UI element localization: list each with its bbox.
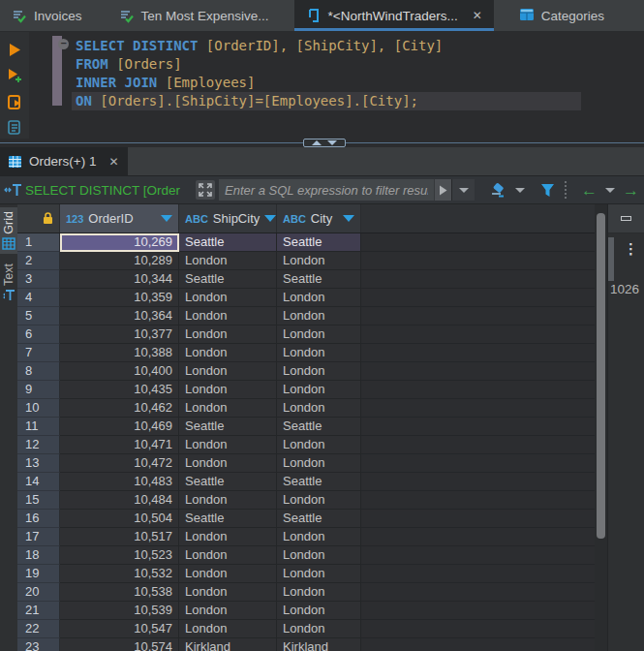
tab-categories[interactable]: Categories	[507, 0, 616, 31]
column-header-city[interactable]: ABC City	[277, 204, 361, 232]
cell-shipcity[interactable]: London	[179, 399, 277, 418]
cell-city[interactable]: London	[277, 344, 361, 362]
row-number[interactable]: 7	[17, 344, 60, 362]
cell-orderid[interactable]: 10,484	[60, 491, 179, 510]
grid-corner-cell[interactable]	[17, 204, 60, 232]
close-icon[interactable]: ✕	[108, 155, 118, 169]
cell-orderid[interactable]: 10,504	[60, 510, 179, 528]
cell-shipcity[interactable]: Seattle	[179, 270, 277, 289]
cell-city[interactable]: London	[277, 326, 361, 344]
cell-orderid[interactable]: 10,532	[60, 565, 179, 583]
column-header-shipcity[interactable]: ABC ShipCity	[179, 204, 277, 232]
cell-shipcity[interactable]: London	[179, 326, 277, 344]
cell-orderid[interactable]: 10,364	[60, 307, 179, 326]
cell-orderid[interactable]: 10,269	[60, 233, 179, 252]
sort-dropdown-icon[interactable]	[343, 215, 354, 222]
cell-city[interactable]: Seattle	[277, 270, 361, 289]
kebab-menu-icon[interactable]: ⋮	[624, 241, 638, 258]
cell-shipcity[interactable]: London	[179, 436, 277, 454]
cell-orderid[interactable]: 10,400	[60, 362, 179, 381]
tab-invoices[interactable]: Invoices	[0, 0, 94, 31]
row-number[interactable]: 5	[17, 307, 60, 326]
cell-city[interactable]: Seattle	[277, 418, 361, 436]
column-header-orderid[interactable]: 123 OrderID	[60, 204, 179, 232]
cell-city[interactable]: London	[277, 602, 361, 620]
cell-shipcity[interactable]: London	[179, 546, 277, 565]
cell-shipcity[interactable]: Seattle	[179, 473, 277, 491]
cell-shipcity[interactable]: London	[179, 602, 277, 620]
sql-code-area[interactable]: − SELECT DISTINCT [OrderID], [ShipCity],…	[29, 32, 644, 139]
cell-orderid[interactable]: 10,289	[60, 252, 179, 270]
cell-shipcity[interactable]: London	[179, 252, 277, 270]
cell-orderid[interactable]: 10,523	[60, 546, 179, 565]
expand-filter-icon[interactable]	[196, 180, 215, 200]
panel-drag-handle[interactable]	[608, 237, 614, 281]
cell-orderid[interactable]: 10,574	[60, 638, 179, 651]
collapse-down-icon[interactable]	[327, 140, 337, 145]
apply-filter-icon[interactable]	[434, 179, 451, 201]
row-number[interactable]: 8	[17, 362, 60, 381]
fold-marker-icon[interactable]: −	[58, 39, 69, 49]
cell-shipcity[interactable]: Seattle	[179, 418, 277, 436]
erase-filter-icon[interactable]	[488, 179, 509, 201]
row-number[interactable]: 21	[17, 602, 60, 620]
collapse-up-icon[interactable]	[312, 140, 322, 145]
row-number[interactable]: 23	[17, 638, 60, 651]
row-number[interactable]: 6	[17, 326, 60, 344]
filter-funnel-icon[interactable]	[537, 179, 558, 201]
fetch-next-icon[interactable]: →	[623, 179, 639, 201]
row-number[interactable]: 20	[17, 583, 60, 602]
cell-orderid[interactable]: 10,471	[60, 436, 179, 454]
row-number[interactable]: 19	[17, 565, 60, 583]
cell-orderid[interactable]: 10,388	[60, 344, 179, 362]
row-number[interactable]: 4	[17, 289, 60, 307]
tab-northwindtraders-active[interactable]: *<NorthWindTraders... ✕	[294, 0, 494, 31]
cell-orderid[interactable]: 10,539	[60, 602, 179, 620]
cell-city[interactable]: London	[277, 436, 361, 454]
cell-shipcity[interactable]: London	[179, 583, 277, 602]
cell-city[interactable]: Seattle	[277, 510, 361, 528]
cell-shipcity[interactable]: London	[179, 381, 277, 399]
cell-orderid[interactable]: 10,462	[60, 399, 179, 418]
tab-orders-result[interactable]: Orders(+) 1 ✕	[0, 147, 128, 175]
row-number[interactable]: 11	[17, 418, 60, 436]
cell-city[interactable]: London	[277, 583, 361, 602]
splitter-sash[interactable]	[303, 139, 346, 147]
cell-orderid[interactable]: 10,435	[60, 381, 179, 399]
execute-script-icon[interactable]	[6, 93, 23, 110]
cell-shipcity[interactable]: London	[179, 289, 277, 307]
cell-orderid[interactable]: 10,547	[60, 620, 179, 638]
cell-city[interactable]: London	[277, 491, 361, 510]
presentation-tab-grid[interactable]: Grid	[0, 207, 17, 254]
row-number[interactable]: 16	[17, 510, 60, 528]
cell-city[interactable]: London	[277, 381, 361, 399]
cell-orderid[interactable]: 10,344	[60, 270, 179, 289]
cell-shipcity[interactable]: London	[179, 528, 277, 546]
row-number[interactable]: 1	[17, 233, 60, 252]
cell-shipcity[interactable]: London	[179, 362, 277, 381]
sort-dropdown-icon[interactable]	[161, 215, 172, 222]
cell-city[interactable]: London	[277, 565, 361, 583]
cell-city[interactable]: London	[277, 454, 361, 473]
row-number[interactable]: 10	[17, 399, 60, 418]
cell-city[interactable]: London	[277, 289, 361, 307]
fetch-dropdown-icon[interactable]	[598, 179, 623, 201]
vertical-scrollbar[interactable]	[595, 204, 607, 651]
cell-orderid[interactable]: 10,359	[60, 289, 179, 307]
row-number[interactable]: 2	[17, 252, 60, 270]
cell-shipcity[interactable]: London	[179, 454, 277, 473]
presentation-tab-text[interactable]: Text	[0, 260, 17, 306]
cell-city[interactable]: London	[277, 307, 361, 326]
cell-shipcity[interactable]: London	[179, 307, 277, 326]
row-number[interactable]: 3	[17, 270, 60, 289]
row-number[interactable]: 18	[17, 546, 60, 565]
cell-orderid[interactable]: 10,469	[60, 418, 179, 436]
cell-city[interactable]: London	[277, 620, 361, 638]
cell-shipcity[interactable]: London	[179, 565, 277, 583]
cell-city[interactable]: London	[277, 362, 361, 381]
explain-plan-icon[interactable]	[6, 119, 23, 137]
cell-city[interactable]: Kirkland	[277, 638, 361, 651]
editor-results-splitter[interactable]	[0, 139, 644, 147]
cell-orderid[interactable]: 10,517	[60, 528, 179, 546]
cell-shipcity[interactable]: London	[179, 620, 277, 638]
